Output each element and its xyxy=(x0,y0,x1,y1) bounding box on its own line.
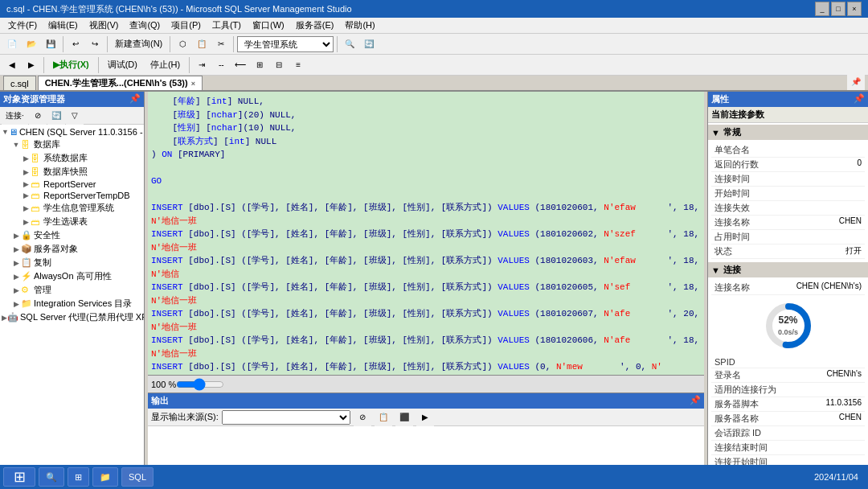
general-section-header[interactable]: ▼ 常规 xyxy=(708,125,868,140)
stop-btn[interactable]: 停止(H) xyxy=(145,56,186,74)
back-btn[interactable]: ◀ xyxy=(3,56,21,74)
redo-btn[interactable]: ↪ xyxy=(86,35,104,53)
menu-window[interactable]: 窗口(W) xyxy=(248,18,289,33)
tree-database-folder[interactable]: ▼ 🗄 数据库 xyxy=(2,138,142,151)
tree-always-on[interactable]: ▶ ⚡ AlwaysOn 高可用性 xyxy=(2,269,142,283)
prop-row-single: 单笔合名 xyxy=(711,143,865,158)
minimize-button[interactable]: _ xyxy=(815,2,829,16)
rep-toggle[interactable]: ▶ xyxy=(11,259,21,267)
tab-csql-label: c.sql xyxy=(10,79,29,88)
title-bar: c.sql - CHEN.学生管理系统 (CHEN\h's (53)) - Mi… xyxy=(0,0,868,18)
new-query-btn[interactable]: 新建查询(N) xyxy=(111,35,166,53)
sql-code: [年龄] [int] NULL, [班级] [nchar](20) NULL, … xyxy=(151,95,701,375)
tree-security[interactable]: ▶ 🔒 安全性 xyxy=(2,228,142,242)
tree-snapshot[interactable]: ▶ 🗄 数据库快照 xyxy=(2,165,142,179)
system-db-toggle[interactable]: ▶ xyxy=(21,154,31,162)
rs-toggle[interactable]: ▶ xyxy=(21,180,31,188)
maximize-button[interactable]: □ xyxy=(831,2,845,16)
comment-btn[interactable]: -- xyxy=(212,56,230,74)
paste-btn[interactable]: 📋 xyxy=(193,35,211,53)
connect-btn[interactable]: 连接· xyxy=(2,107,28,125)
connection-section-header[interactable]: ▼ 连接 xyxy=(708,262,868,277)
tree-student-course[interactable]: ▶ 🗃 学生选课表 xyxy=(2,215,142,228)
editor-content[interactable]: [年龄] [int] NULL, [班级] [nchar](20) NULL, … xyxy=(148,92,704,375)
tab-main-close[interactable]: × xyxy=(191,80,195,88)
snapshot-toggle[interactable]: ▶ xyxy=(21,168,31,176)
refresh-tree-btn[interactable]: 🔄 xyxy=(47,107,65,125)
db-folder-toggle[interactable]: ▼ xyxy=(11,141,21,149)
prop-label-connbehavior: 适用的连接行为 xyxy=(714,384,788,396)
new-file-btn[interactable]: 📄 xyxy=(3,35,21,53)
taskbar-ssms[interactable]: SQL xyxy=(121,467,154,487)
tab-main[interactable]: CHEN.学生管理系...(CHEN\h's (53)) × xyxy=(38,76,203,90)
database-selector[interactable]: 学生管理系统 xyxy=(237,36,334,52)
so-toggle[interactable]: ▶ xyxy=(11,245,21,253)
text-btn[interactable]: ≡ xyxy=(289,56,307,74)
undo-btn[interactable]: ↩ xyxy=(67,35,84,53)
tree-system-db[interactable]: ▶ 🗄 系统数据库 xyxy=(2,151,142,165)
taskbar-explorer[interactable]: 📁 xyxy=(92,467,118,487)
output-clear-btn[interactable]: ⊘ xyxy=(354,409,371,426)
tree-management[interactable]: ▶ ⚙ 管理 xyxy=(2,283,142,297)
grid-btn[interactable]: ⊟ xyxy=(270,56,288,74)
zoom-slider[interactable] xyxy=(176,380,224,389)
menu-file[interactable]: 文件(F) xyxy=(3,18,42,33)
output-copy-btn[interactable]: 📋 xyxy=(375,409,392,426)
copy-btn[interactable]: ⬡ xyxy=(174,35,191,53)
rst-toggle[interactable]: ▶ xyxy=(21,191,31,199)
pin-btn[interactable]: 📌 xyxy=(847,72,865,90)
tree-sql-agent[interactable]: ▶ 🤖 SQL Server 代理(已禁用代理 XP) xyxy=(2,310,142,324)
menu-edit[interactable]: 编辑(E) xyxy=(43,18,83,33)
start-button[interactable]: ⊞ xyxy=(3,467,35,487)
taskbar-window[interactable]: ⊞ xyxy=(68,467,89,487)
prop-label-starttime: 开始时间 xyxy=(714,187,788,199)
tree-reportserver[interactable]: ▶ 🗃 ReportServer xyxy=(2,179,142,190)
tree-server-objects[interactable]: ▶ 📦 服务器对象 xyxy=(2,242,142,256)
filter-btn[interactable]: ▽ xyxy=(66,107,84,125)
prop-val-srvscript: 11.0.3156 xyxy=(788,398,862,410)
cut-btn[interactable]: ✂ xyxy=(212,35,230,53)
tree-replication[interactable]: ▶ 📋 复制 xyxy=(2,256,142,269)
taskbar-time: 2024/11/04 xyxy=(814,472,865,482)
results-btn[interactable]: ⊞ xyxy=(251,56,268,74)
tab-csql[interactable]: c.sql xyxy=(3,76,36,90)
save-btn[interactable]: 💾 xyxy=(42,35,59,53)
indent-btn[interactable]: ⇥ xyxy=(193,56,211,74)
tree-server[interactable]: ▼ 🖥 CHEN (SQL Server 11.0.3156 - CHEN\ xyxy=(2,126,142,138)
sep-7 xyxy=(98,57,99,73)
menu-project[interactable]: 项目(P) xyxy=(166,18,206,33)
forward-btn[interactable]: ▶ xyxy=(23,56,40,74)
server-toggle[interactable]: ▼ xyxy=(2,128,9,136)
refresh-btn[interactable]: 🔄 xyxy=(360,35,378,53)
prop-val-expire xyxy=(788,202,862,214)
execute-btn[interactable]: ▶ 执行(X) xyxy=(47,56,95,74)
sm-toggle[interactable]: ▶ xyxy=(21,204,31,212)
search-btn[interactable]: 🔍 xyxy=(341,35,358,53)
menu-help[interactable]: 帮助(H) xyxy=(340,18,379,33)
agent-toggle[interactable]: ▶ xyxy=(2,314,7,322)
open-btn[interactable]: 📂 xyxy=(23,35,40,53)
output-next-btn[interactable]: ▶ xyxy=(416,409,434,426)
sc-toggle[interactable]: ▶ xyxy=(21,218,31,226)
taskbar-search[interactable]: 🔍 xyxy=(39,467,64,487)
uncomment-btn[interactable]: ⟵ xyxy=(231,56,249,74)
is-toggle[interactable]: ▶ xyxy=(11,300,21,308)
disconnect-btn[interactable]: ⊘ xyxy=(29,107,47,125)
output-source-select[interactable] xyxy=(222,410,350,425)
object-explorer-header: 对象资源管理器 📌 xyxy=(0,92,144,107)
menu-view[interactable]: 视图(V) xyxy=(84,18,124,33)
tree-integration[interactable]: ▶ 📁 Integration Services 目录 xyxy=(2,297,142,310)
security-toggle[interactable]: ▶ xyxy=(11,232,21,240)
menu-query[interactable]: 查询(Q) xyxy=(125,18,165,33)
mgmt-toggle[interactable]: ▶ xyxy=(11,286,21,294)
menu-server[interactable]: 服务器(E) xyxy=(291,18,339,33)
tree-student-mgmt[interactable]: ▶ 🗃 学生信息管理系统 xyxy=(2,201,142,215)
prop-row-starttime: 开始时间 xyxy=(711,187,865,201)
ao-toggle[interactable]: ▶ xyxy=(11,273,21,281)
output-stop-btn[interactable]: ⬛ xyxy=(395,409,413,426)
tree-reportserver-temp[interactable]: ▶ 🗃 ReportServerTempDB xyxy=(2,190,142,201)
prop-row-srvname: 服务器名称 CHEN xyxy=(711,412,865,426)
debug-btn[interactable]: 调试(D) xyxy=(102,56,143,74)
close-button[interactable]: × xyxy=(847,2,862,16)
menu-tools[interactable]: 工具(T) xyxy=(207,18,246,33)
